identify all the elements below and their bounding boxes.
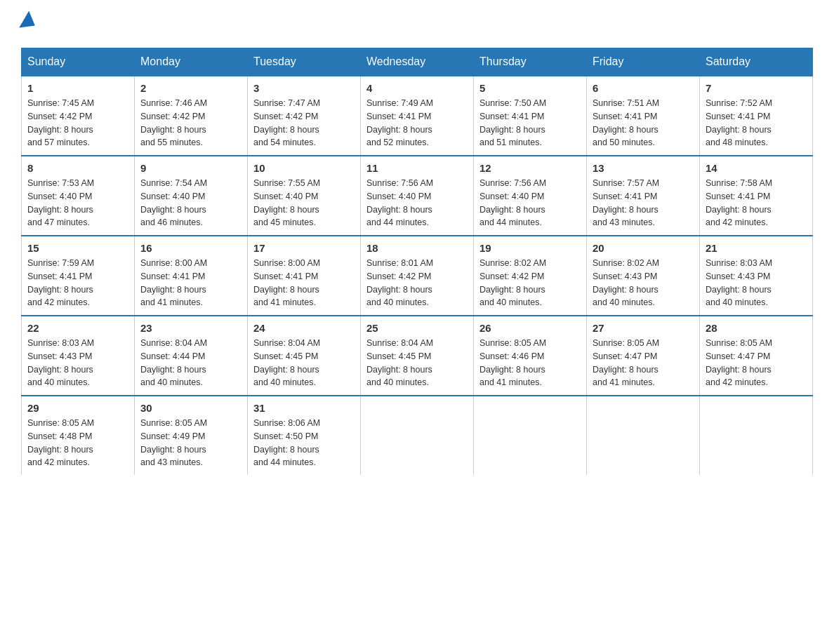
day-number: 14 [706, 162, 807, 174]
day-number: 30 [140, 402, 241, 414]
calendar-cell: 28Sunrise: 8:05 AMSunset: 4:47 PMDayligh… [700, 316, 813, 396]
day-number: 21 [706, 242, 807, 254]
day-info: Sunrise: 7:54 AMSunset: 4:40 PMDaylight:… [140, 177, 241, 229]
day-info: Sunrise: 8:05 AMSunset: 4:46 PMDaylight:… [479, 337, 581, 389]
weekday-header-thursday: Thursday [474, 48, 587, 76]
day-info: Sunrise: 8:01 AMSunset: 4:42 PMDaylight:… [366, 257, 468, 309]
day-number: 25 [366, 322, 468, 334]
day-info: Sunrise: 7:59 AMSunset: 4:41 PMDaylight:… [27, 257, 128, 309]
day-number: 5 [479, 82, 581, 94]
day-info: Sunrise: 7:55 AMSunset: 4:40 PMDaylight:… [253, 177, 355, 229]
day-number: 13 [593, 162, 694, 174]
day-info: Sunrise: 8:02 AMSunset: 4:42 PMDaylight:… [479, 257, 581, 309]
day-info: Sunrise: 8:05 AMSunset: 4:47 PMDaylight:… [593, 337, 694, 389]
day-number: 29 [27, 402, 128, 414]
calendar-cell: 4Sunrise: 7:49 AMSunset: 4:41 PMDaylight… [361, 76, 474, 156]
day-number: 23 [140, 322, 241, 334]
calendar-cell: 31Sunrise: 8:06 AMSunset: 4:50 PMDayligh… [248, 396, 361, 475]
calendar-week-row: 22Sunrise: 8:03 AMSunset: 4:43 PMDayligh… [22, 316, 813, 396]
weekday-header-saturday: Saturday [700, 48, 813, 76]
calendar-cell [361, 396, 474, 475]
day-info: Sunrise: 8:03 AMSunset: 4:43 PMDaylight:… [27, 337, 128, 389]
calendar-cell: 23Sunrise: 8:04 AMSunset: 4:44 PMDayligh… [135, 316, 248, 396]
calendar-cell [474, 396, 587, 475]
day-info: Sunrise: 7:53 AMSunset: 4:40 PMDaylight:… [27, 177, 128, 229]
day-info: Sunrise: 7:56 AMSunset: 4:40 PMDaylight:… [366, 177, 468, 229]
day-info: Sunrise: 8:04 AMSunset: 4:45 PMDaylight:… [366, 337, 468, 389]
calendar-body: 1Sunrise: 7:45 AMSunset: 4:42 PMDaylight… [22, 76, 813, 475]
calendar-cell: 10Sunrise: 7:55 AMSunset: 4:40 PMDayligh… [248, 156, 361, 236]
day-number: 28 [706, 322, 807, 334]
day-number: 3 [253, 82, 355, 94]
calendar-cell: 19Sunrise: 8:02 AMSunset: 4:42 PMDayligh… [474, 236, 587, 316]
day-number: 18 [366, 242, 468, 254]
calendar-week-row: 8Sunrise: 7:53 AMSunset: 4:40 PMDaylight… [22, 156, 813, 236]
calendar-week-row: 15Sunrise: 7:59 AMSunset: 4:41 PMDayligh… [22, 236, 813, 316]
day-number: 1 [27, 82, 128, 94]
calendar-cell: 26Sunrise: 8:05 AMSunset: 4:46 PMDayligh… [474, 316, 587, 396]
calendar-cell: 21Sunrise: 8:03 AMSunset: 4:43 PMDayligh… [700, 236, 813, 316]
day-number: 24 [253, 322, 355, 334]
day-info: Sunrise: 8:02 AMSunset: 4:43 PMDaylight:… [593, 257, 694, 309]
day-info: Sunrise: 7:52 AMSunset: 4:41 PMDaylight:… [706, 97, 807, 149]
day-number: 8 [27, 162, 128, 174]
day-number: 26 [479, 322, 581, 334]
day-number: 27 [593, 322, 694, 334]
calendar-week-row: 29Sunrise: 8:05 AMSunset: 4:48 PMDayligh… [22, 396, 813, 475]
day-info: Sunrise: 8:00 AMSunset: 4:41 PMDaylight:… [140, 257, 241, 309]
calendar-cell: 24Sunrise: 8:04 AMSunset: 4:45 PMDayligh… [248, 316, 361, 396]
day-info: Sunrise: 7:56 AMSunset: 4:40 PMDaylight:… [479, 177, 581, 229]
day-number: 10 [253, 162, 355, 174]
calendar-cell: 17Sunrise: 8:00 AMSunset: 4:41 PMDayligh… [248, 236, 361, 316]
calendar-header: SundayMondayTuesdayWednesdayThursdayFrid… [22, 48, 813, 76]
calendar-table: SundayMondayTuesdayWednesdayThursdayFrid… [21, 48, 813, 475]
day-info: Sunrise: 8:05 AMSunset: 4:48 PMDaylight:… [27, 417, 128, 469]
day-info: Sunrise: 7:51 AMSunset: 4:41 PMDaylight:… [593, 97, 694, 149]
day-info: Sunrise: 7:50 AMSunset: 4:41 PMDaylight:… [479, 97, 581, 149]
calendar-cell: 20Sunrise: 8:02 AMSunset: 4:43 PMDayligh… [587, 236, 700, 316]
day-info: Sunrise: 7:58 AMSunset: 4:41 PMDaylight:… [706, 177, 807, 229]
day-info: Sunrise: 8:05 AMSunset: 4:47 PMDaylight:… [706, 337, 807, 389]
weekday-header-wednesday: Wednesday [361, 48, 474, 76]
calendar-cell: 13Sunrise: 7:57 AMSunset: 4:41 PMDayligh… [587, 156, 700, 236]
day-number: 12 [479, 162, 581, 174]
day-number: 9 [140, 162, 241, 174]
day-number: 7 [706, 82, 807, 94]
day-number: 6 [593, 82, 694, 94]
calendar-cell: 9Sunrise: 7:54 AMSunset: 4:40 PMDaylight… [135, 156, 248, 236]
calendar-cell: 11Sunrise: 7:56 AMSunset: 4:40 PMDayligh… [361, 156, 474, 236]
calendar-cell: 27Sunrise: 8:05 AMSunset: 4:47 PMDayligh… [587, 316, 700, 396]
calendar-cell: 3Sunrise: 7:47 AMSunset: 4:42 PMDaylight… [248, 76, 361, 156]
day-info: Sunrise: 7:46 AMSunset: 4:42 PMDaylight:… [140, 97, 241, 149]
day-info: Sunrise: 7:47 AMSunset: 4:42 PMDaylight:… [253, 97, 355, 149]
calendar-cell: 29Sunrise: 8:05 AMSunset: 4:48 PMDayligh… [22, 396, 135, 475]
day-number: 16 [140, 242, 241, 254]
calendar-cell [700, 396, 813, 475]
day-number: 4 [366, 82, 468, 94]
day-number: 11 [366, 162, 468, 174]
calendar-cell: 2Sunrise: 7:46 AMSunset: 4:42 PMDaylight… [135, 76, 248, 156]
day-info: Sunrise: 8:03 AMSunset: 4:43 PMDaylight:… [706, 257, 807, 309]
calendar-cell: 30Sunrise: 8:05 AMSunset: 4:49 PMDayligh… [135, 396, 248, 475]
calendar-cell: 15Sunrise: 7:59 AMSunset: 4:41 PMDayligh… [22, 236, 135, 316]
weekday-header-friday: Friday [587, 48, 700, 76]
calendar-cell: 22Sunrise: 8:03 AMSunset: 4:43 PMDayligh… [22, 316, 135, 396]
day-info: Sunrise: 7:49 AMSunset: 4:41 PMDaylight:… [366, 97, 468, 149]
calendar-cell: 7Sunrise: 7:52 AMSunset: 4:41 PMDaylight… [700, 76, 813, 156]
day-number: 15 [27, 242, 128, 254]
calendar-cell: 6Sunrise: 7:51 AMSunset: 4:41 PMDaylight… [587, 76, 700, 156]
day-number: 22 [27, 322, 128, 334]
day-info: Sunrise: 8:04 AMSunset: 4:44 PMDaylight:… [140, 337, 241, 389]
calendar-cell: 25Sunrise: 8:04 AMSunset: 4:45 PMDayligh… [361, 316, 474, 396]
weekday-header-monday: Monday [135, 48, 248, 76]
page-header [21, 14, 813, 34]
calendar-cell: 16Sunrise: 8:00 AMSunset: 4:41 PMDayligh… [135, 236, 248, 316]
day-info: Sunrise: 8:05 AMSunset: 4:49 PMDaylight:… [140, 417, 241, 469]
calendar-cell: 8Sunrise: 7:53 AMSunset: 4:40 PMDaylight… [22, 156, 135, 236]
calendar-cell [587, 396, 700, 475]
day-number: 31 [253, 402, 355, 414]
day-info: Sunrise: 8:06 AMSunset: 4:50 PMDaylight:… [253, 417, 355, 469]
logo-arrow-icon [19, 11, 40, 34]
day-info: Sunrise: 7:45 AMSunset: 4:42 PMDaylight:… [27, 97, 128, 149]
day-info: Sunrise: 8:00 AMSunset: 4:41 PMDaylight:… [253, 257, 355, 309]
